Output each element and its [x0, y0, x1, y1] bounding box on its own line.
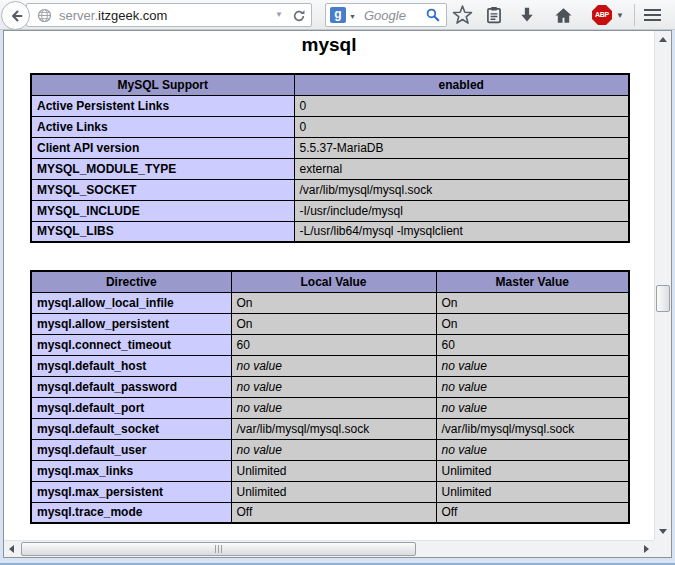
table-row: mysql.default_passwordno valueno value: [31, 376, 629, 397]
adblock-dropdown-icon[interactable]: ▼: [616, 11, 624, 20]
search-go-button[interactable]: [426, 8, 442, 22]
google-engine-icon[interactable]: g: [330, 7, 346, 23]
directive-label-cell: MYSQL_SOCKET: [31, 179, 294, 200]
mysql-support-table: MySQL SupportenabledActive Persistent Li…: [30, 73, 630, 243]
table-header-row: DirectiveLocal ValueMaster Value: [31, 271, 629, 292]
table-row: Active Persistent Links0: [31, 95, 629, 116]
scroll-down-icon[interactable]: [659, 529, 667, 534]
table-row: MYSQL_SOCKET/var/lib/mysql/mysql.sock: [31, 179, 629, 200]
scroll-up-icon[interactable]: [659, 37, 667, 42]
directive-label-cell: MYSQL_LIBS: [31, 221, 294, 242]
bookmark-star-button[interactable]: [448, 2, 476, 28]
value-cell: no value: [436, 397, 629, 418]
browser-toolbar: server.itzgeek.com ▼ g ▼ Google AB: [0, 0, 675, 30]
home-button[interactable]: [549, 2, 577, 28]
value-cell: /var/lib/mysql/mysql.sock: [294, 179, 629, 200]
table-row: mysql.allow_local_infileOnOn: [31, 292, 629, 313]
directive-label-cell: Active Persistent Links: [31, 95, 294, 116]
value-cell: -I/usr/include/mysql: [294, 200, 629, 221]
back-button[interactable]: [1, 1, 30, 30]
table-row: mysql.max_linksUnlimitedUnlimited: [31, 460, 629, 481]
value-cell: no value: [231, 439, 436, 460]
home-icon: [554, 6, 573, 25]
table-row: mysql.default_socket/var/lib/mysql/mysql…: [31, 418, 629, 439]
urlbar-dropdown-icon[interactable]: ▼: [275, 11, 283, 19]
value-cell: no value: [436, 355, 629, 376]
menu-icon: [644, 9, 661, 21]
value-cell: Unlimited: [436, 481, 629, 502]
value-cell: Unlimited: [231, 481, 436, 502]
value-cell: no value: [231, 376, 436, 397]
table-row: mysql.connect_timeout6060: [31, 334, 629, 355]
url-text: server.itzgeek.com: [59, 8, 167, 23]
table-row: MYSQL_MODULE_TYPEexternal: [31, 158, 629, 179]
scrollbar-corner: [654, 540, 671, 557]
value-cell: /var/lib/mysql/mysql.sock: [436, 418, 629, 439]
value-cell: no value: [231, 397, 436, 418]
search-icon: [426, 8, 440, 22]
adblock-plus-button[interactable]: ABP ▼: [586, 2, 630, 28]
directive-label-cell: mysql.max_persistent: [31, 481, 231, 502]
vertical-scrollbar-thumb[interactable]: [656, 285, 670, 312]
scroll-right-icon[interactable]: [644, 545, 649, 553]
column-header: Directive: [31, 271, 231, 292]
back-icon: [8, 8, 24, 24]
directive-label-cell: Active Links: [31, 116, 294, 137]
value-cell: no value: [436, 376, 629, 397]
scroll-left-icon[interactable]: [9, 545, 14, 553]
value-cell: On: [436, 292, 629, 313]
value-cell: 0: [294, 116, 629, 137]
directive-label-cell: MYSQL_INCLUDE: [31, 200, 294, 221]
horizontal-scrollbar[interactable]: [4, 540, 654, 557]
table-row: Client API version5.5.37-MariaDB: [31, 137, 629, 158]
menu-button[interactable]: [638, 2, 666, 28]
url-domain: itzgeek.com: [98, 8, 167, 23]
value-cell: -L/usr/lib64/mysql -lmysqlclient: [294, 221, 629, 242]
horizontal-scrollbar-thumb[interactable]: [21, 542, 416, 556]
directive-label-cell: mysql.connect_timeout: [31, 334, 231, 355]
directive-label-cell: mysql.default_user: [31, 439, 231, 460]
column-header: Master Value: [436, 271, 629, 292]
value-cell: Off: [436, 502, 629, 523]
table-header-row: MySQL Supportenabled: [31, 74, 629, 95]
table-row: mysql.default_portno valueno value: [31, 397, 629, 418]
reload-button[interactable]: [291, 8, 307, 24]
directive-label-cell: mysql.allow_local_infile: [31, 292, 231, 313]
directive-label-cell: mysql.allow_persistent: [31, 313, 231, 334]
search-input[interactable]: Google: [364, 8, 426, 23]
downloads-icon: [518, 6, 536, 24]
page-title: mysql: [4, 34, 654, 56]
mysql-directives-table: DirectiveLocal ValueMaster Valuemysql.al…: [30, 270, 630, 524]
directive-label-cell: Client API version: [31, 137, 294, 158]
url-subdomain: server.: [59, 8, 98, 23]
value-cell: On: [231, 292, 436, 313]
directive-label-cell: mysql.default_password: [31, 376, 231, 397]
value-cell: 5.5.37-MariaDB: [294, 137, 629, 158]
value-cell: Unlimited: [231, 460, 436, 481]
table-row: MYSQL_LIBS-L/usr/lib64/mysql -lmysqlclie…: [31, 221, 629, 242]
column-header: Local Value: [231, 271, 436, 292]
globe-icon: [37, 8, 52, 27]
value-cell: 0: [294, 95, 629, 116]
column-header: MySQL Support: [31, 74, 294, 95]
search-box[interactable]: g ▼ Google: [325, 3, 447, 27]
downloads-button[interactable]: [513, 2, 541, 28]
vertical-scrollbar[interactable]: [654, 31, 671, 540]
value-cell: 60: [436, 334, 629, 355]
value-cell: On: [436, 313, 629, 334]
bookmarks-list-icon: [485, 6, 503, 24]
directive-label-cell: MYSQL_MODULE_TYPE: [31, 158, 294, 179]
value-cell: no value: [436, 439, 629, 460]
bookmark-star-icon: [452, 5, 473, 26]
column-header: enabled: [294, 74, 629, 95]
search-engine-dropdown-icon[interactable]: ▼: [349, 13, 356, 20]
url-bar[interactable]: server.itzgeek.com ▼: [26, 3, 312, 27]
directive-label-cell: mysql.trace_mode: [31, 502, 231, 523]
reload-icon: [292, 9, 306, 23]
bookmarks-list-button[interactable]: [480, 2, 508, 28]
toolbar-separator: [634, 4, 635, 26]
directive-label-cell: mysql.default_port: [31, 397, 231, 418]
directive-label-cell: mysql.default_host: [31, 355, 231, 376]
table-row: mysql.allow_persistentOnOn: [31, 313, 629, 334]
value-cell: /var/lib/mysql/mysql.sock: [231, 418, 436, 439]
